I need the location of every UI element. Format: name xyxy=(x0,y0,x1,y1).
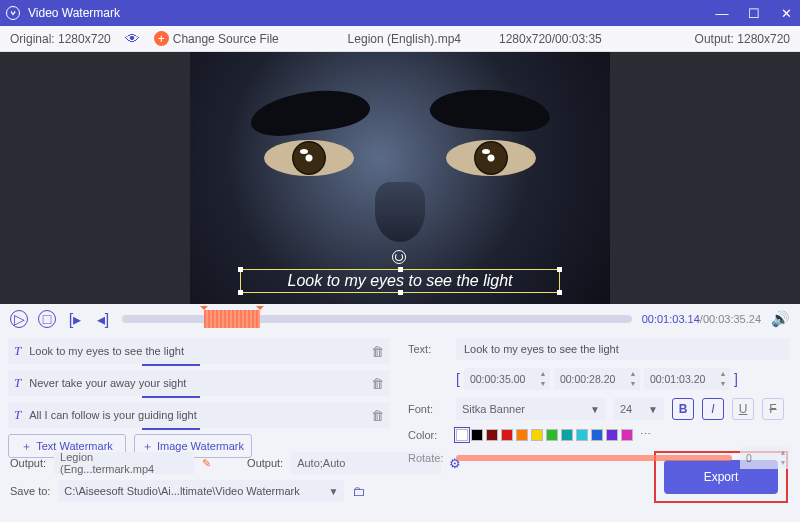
minimize-button[interactable]: — xyxy=(714,6,730,21)
change-source-label: Change Source File xyxy=(173,32,279,46)
color-swatch[interactable] xyxy=(531,429,543,441)
rotate-input[interactable]: 0▲▼ xyxy=(740,447,790,469)
color-swatch[interactable] xyxy=(486,429,498,441)
list-item-label: Look to my eyes to see the light xyxy=(29,345,363,357)
app-logo-icon xyxy=(6,6,20,20)
player-controls: ▷ □ [▸ ◂] 00:01:03.14/00:03:35.24 🔊 xyxy=(0,304,800,334)
color-swatch-row: ⋯ xyxy=(456,428,651,441)
list-item[interactable]: TNever take your away your sight🗑 xyxy=(8,370,390,396)
color-label: Color: xyxy=(408,429,448,441)
color-swatch[interactable] xyxy=(456,429,468,441)
change-source-button[interactable]: + Change Source File xyxy=(154,31,279,46)
watermark-list-pane: TLook to my eyes to see the light🗑 TNeve… xyxy=(0,334,398,446)
list-item[interactable]: TAll I can follow is your guiding light🗑 xyxy=(8,402,390,428)
plus-icon: + xyxy=(154,31,169,46)
font-size-select[interactable]: 24▼ xyxy=(614,398,664,420)
rotate-handle-icon[interactable] xyxy=(392,250,406,264)
color-swatch[interactable] xyxy=(621,429,633,441)
save-to-path-select[interactable]: C:\Aiseesoft Studio\Ai...ltimate\Video W… xyxy=(58,480,344,502)
output-resolution: Output: 1280x720 xyxy=(695,32,790,46)
output-filename-field[interactable]: Legion (Eng...termark.mp4 xyxy=(54,452,194,474)
color-swatch[interactable] xyxy=(546,429,558,441)
maximize-button[interactable]: ☐ xyxy=(746,6,762,21)
list-item-label: All I can follow is your guiding light xyxy=(29,409,363,421)
volume-icon[interactable]: 🔊 xyxy=(771,310,790,328)
color-swatch[interactable] xyxy=(471,429,483,441)
time-duration-input[interactable]: 00:00:28.20▲▼ xyxy=(554,368,640,390)
bold-button[interactable]: B xyxy=(672,398,694,420)
time-start-input[interactable]: 00:00:35.00▲▼ xyxy=(464,368,550,390)
bracket-close-icon: ] xyxy=(734,371,738,387)
source-resolution-duration: 1280x720/00:03:35 xyxy=(499,32,602,46)
close-button[interactable]: ✕ xyxy=(778,6,794,21)
mark-out-button[interactable]: ◂] xyxy=(94,310,112,328)
text-type-icon: T xyxy=(14,407,21,423)
timeline-segment[interactable] xyxy=(204,310,260,328)
color-swatch[interactable] xyxy=(516,429,528,441)
color-swatch[interactable] xyxy=(561,429,573,441)
open-folder-icon[interactable]: 🗀 xyxy=(352,484,365,499)
text-type-icon: T xyxy=(14,343,21,359)
more-colors-icon[interactable]: ⋯ xyxy=(640,428,651,441)
list-item-label: Never take your away your sight xyxy=(29,377,363,389)
underline-button[interactable]: U xyxy=(732,398,754,420)
text-type-icon: T xyxy=(14,375,21,391)
trash-icon[interactable]: 🗑 xyxy=(371,376,384,391)
font-select[interactable]: Sitka Banner▼ xyxy=(456,398,606,420)
play-button[interactable]: ▷ xyxy=(10,310,28,328)
font-label: Font: xyxy=(408,403,448,415)
rotate-slider[interactable] xyxy=(456,455,732,461)
italic-button[interactable]: I xyxy=(702,398,724,420)
rotate-label: Rotate: xyxy=(408,452,448,464)
time-end-input[interactable]: 00:01:03.20▲▼ xyxy=(644,368,730,390)
timeline-slider[interactable] xyxy=(122,315,632,323)
bracket-open-icon: [ xyxy=(456,371,460,387)
output-size-label: Output: xyxy=(247,457,283,469)
stop-button[interactable]: □ xyxy=(38,310,56,328)
overlay-text: Look to my eyes to see the light xyxy=(287,272,512,290)
trash-icon[interactable]: 🗑 xyxy=(371,344,384,359)
mark-in-button[interactable]: [▸ xyxy=(66,310,84,328)
trash-icon[interactable]: 🗑 xyxy=(371,408,384,423)
watermark-text-overlay[interactable]: Look to my eyes to see the light xyxy=(240,269,560,293)
list-item[interactable]: TLook to my eyes to see the light🗑 xyxy=(8,338,390,364)
source-filename: Legion (English).mp4 xyxy=(348,32,461,46)
watermark-text-input[interactable] xyxy=(456,338,790,360)
watermark-edit-pane: Text: [ 00:00:35.00▲▼ 00:00:28.20▲▼ 00:0… xyxy=(398,334,800,446)
top-toolbar: Original: 1280x720 👁 + Change Source Fil… xyxy=(0,26,800,52)
strikethrough-button[interactable]: F xyxy=(762,398,784,420)
app-title: Video Watermark xyxy=(28,6,120,20)
preview-eye-icon[interactable]: 👁 xyxy=(125,30,140,47)
save-to-label: Save to: xyxy=(10,485,50,497)
color-swatch[interactable] xyxy=(591,429,603,441)
edit-filename-icon[interactable]: ✎ xyxy=(202,457,211,470)
color-swatch[interactable] xyxy=(606,429,618,441)
original-resolution: Original: 1280x720 xyxy=(10,32,111,46)
color-swatch[interactable] xyxy=(576,429,588,441)
video-preview[interactable]: Look to my eyes to see the light xyxy=(0,52,800,304)
time-counter: 00:01:03.14/00:03:35.24 xyxy=(642,313,761,325)
text-field-label: Text: xyxy=(408,343,448,355)
output-file-label: Output: xyxy=(10,457,46,469)
color-swatch[interactable] xyxy=(501,429,513,441)
titlebar: Video Watermark — ☐ ✕ xyxy=(0,0,800,26)
